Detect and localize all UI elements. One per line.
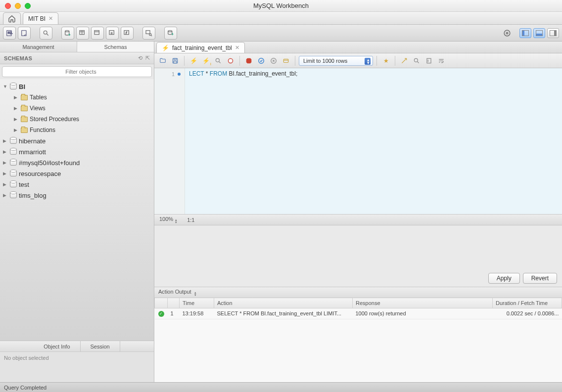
schemas-header-icons: ⟲ ⇱ [138, 55, 150, 61]
new-sql-tab-button[interactable]: SQL [3, 27, 16, 40]
editor-tab-label: fact_training_event_tbl [172, 44, 232, 51]
create-view-button[interactable] [91, 27, 104, 40]
schema-resourcespace[interactable]: ▶resourcespace [0, 168, 154, 179]
expand-icon[interactable]: ▶ [3, 171, 8, 176]
reconnect-button[interactable] [164, 27, 177, 40]
col-action[interactable]: Action [214, 298, 353, 308]
folder-icon [21, 106, 28, 111]
tab-management[interactable]: Management [0, 42, 77, 52]
create-function-button[interactable]: ƒ [121, 27, 134, 40]
schema-mmarriott[interactable]: ▶mmarriott [0, 146, 154, 157]
zoom-stepper-icon[interactable]: ▴▾ [175, 218, 177, 223]
create-table-button[interactable] [76, 27, 89, 40]
bi-stored-procedures[interactable]: ▶Stored Procedures [11, 114, 154, 125]
inspector-button[interactable] [40, 27, 52, 40]
sql-keyword: LECT [189, 70, 204, 77]
create-schema-button[interactable] [61, 27, 74, 40]
chevron-updown-icon: ▴▾ [367, 58, 370, 64]
toggle-output-button[interactable] [533, 28, 545, 38]
schema-hibernate[interactable]: ▶hibernate [0, 135, 154, 146]
editor-tab[interactable]: ⚡ fact_training_event_tbl ✕ [156, 42, 245, 53]
schema-label: resourcespace [19, 170, 61, 177]
execute-current-button[interactable]: ⚡I [200, 55, 211, 66]
code-area[interactable]: LECT * FROM BI.fact_training_event_tbl; [185, 68, 562, 214]
search-button[interactable] [411, 55, 422, 66]
save-file-button[interactable] [170, 55, 181, 66]
filter-objects-input[interactable] [2, 66, 152, 77]
word-wrap-button[interactable] [436, 55, 447, 66]
schema-test[interactable]: ▶test [0, 179, 154, 190]
line-number: 1 [172, 71, 175, 77]
tab-object-info[interactable]: Object Info [34, 341, 80, 351]
col-index[interactable] [168, 298, 180, 308]
stop-button[interactable] [225, 55, 236, 66]
find-button[interactable] [399, 55, 410, 66]
editor-status-bar: 100%▴▾ 1:1 [154, 215, 562, 225]
close-tab-icon[interactable]: ✕ [48, 15, 53, 22]
schema-timsblog[interactable]: ▶tims_blog [0, 190, 154, 201]
bi-functions[interactable]: ▶Functions [11, 125, 154, 135]
zoom-level[interactable]: 100%▴▾ [159, 216, 177, 223]
preferences-button[interactable] [501, 27, 514, 40]
toggle-secondary-sidebar-button[interactable] [547, 28, 559, 38]
expand-icon[interactable]: ▶ [3, 149, 8, 154]
output-selector[interactable]: Action Output ▴▾ [158, 289, 196, 296]
expand-icon[interactable]: ▶ [3, 160, 8, 165]
stop-on-error-button[interactable] [243, 55, 254, 66]
output-row[interactable]: ✓ 1 13:19:58 SELECT * FROM BI.fact_train… [155, 308, 562, 319]
create-procedure-button[interactable] [106, 27, 119, 40]
tab-schemas[interactable]: Schemas [77, 42, 154, 52]
toggle-sidebar-button[interactable] [519, 28, 531, 38]
open-file-button[interactable] [157, 55, 168, 66]
breakpoint-marker[interactable] [178, 73, 181, 76]
expand-icon[interactable]: ▶ [14, 128, 19, 132]
status-bar: Query Completed [0, 382, 562, 392]
open-sql-file-button[interactable] [18, 27, 31, 40]
sql-editor[interactable]: 1 LECT * FROM BI.fact_training_event_tbl… [154, 68, 562, 215]
expand-icon[interactable]: ▶ [3, 193, 8, 198]
svg-point-3 [44, 31, 47, 34]
expand-icon[interactable]: ▶ [14, 95, 19, 100]
schema-bi[interactable]: ▼ BI [0, 81, 154, 92]
svg-text:SQL: SQL [8, 31, 13, 34]
expand-icon[interactable]: ▶ [14, 117, 19, 122]
expand-icon[interactable]: ▶ [3, 138, 8, 143]
close-tab-icon[interactable]: ✕ [235, 44, 239, 51]
apply-button[interactable]: Apply [488, 273, 520, 284]
revert-button[interactable]: Revert [523, 273, 557, 284]
svg-rect-25 [283, 59, 288, 62]
bi-tables[interactable]: ▶Tables [11, 92, 154, 103]
output-empty-area [154, 321, 562, 382]
col-time[interactable]: Time [180, 298, 214, 308]
commit-button[interactable] [256, 55, 267, 66]
bi-views[interactable]: ▶Views [11, 103, 154, 114]
row-index: 1 [168, 308, 180, 319]
schema-label: hibernate [19, 137, 46, 145]
home-tab[interactable] [3, 12, 21, 24]
rollback-button[interactable] [268, 55, 279, 66]
col-response[interactable]: Response [353, 298, 493, 308]
expand-icon[interactable]: ▼ [3, 84, 8, 89]
collapse-icon[interactable]: ⇱ [145, 55, 150, 61]
expand-icon[interactable]: ▶ [14, 106, 19, 111]
editor-toolbar: ⚡ ⚡I Limit to 1000 rows ▴▾ ★ [154, 53, 562, 68]
beautify-button[interactable]: ★ [380, 55, 391, 66]
refresh-icon[interactable]: ⟲ [138, 55, 142, 61]
output-table: Time Action Response Duration / Fetch Ti… [154, 298, 562, 321]
limit-rows-dropdown[interactable]: Limit to 1000 rows ▴▾ [299, 56, 373, 66]
schema-lostfound[interactable]: ▶#mysql50#lost+found [0, 157, 154, 168]
schema-tree[interactable]: ▼ BI ▶Tables ▶Views ▶Stored Procedures ▶… [0, 79, 154, 341]
col-status[interactable] [155, 298, 168, 308]
tab-session[interactable]: Session [81, 341, 120, 351]
sql-text: BI.fact_training_event_tbl; [227, 70, 297, 77]
connection-tab[interactable]: MIT BI ✕ [23, 12, 58, 24]
explain-button[interactable] [213, 55, 224, 66]
execute-button[interactable]: ⚡ [188, 55, 199, 66]
autocommit-button[interactable] [281, 55, 291, 66]
col-duration[interactable]: Duration / Fetch Time [493, 298, 562, 308]
toggle-invisible-button[interactable] [423, 55, 434, 66]
expand-icon[interactable]: ▶ [3, 182, 8, 187]
search-table-data-button[interactable] [142, 27, 155, 40]
schema-label: test [19, 181, 29, 188]
output-header: Action Output ▴▾ [154, 287, 562, 298]
